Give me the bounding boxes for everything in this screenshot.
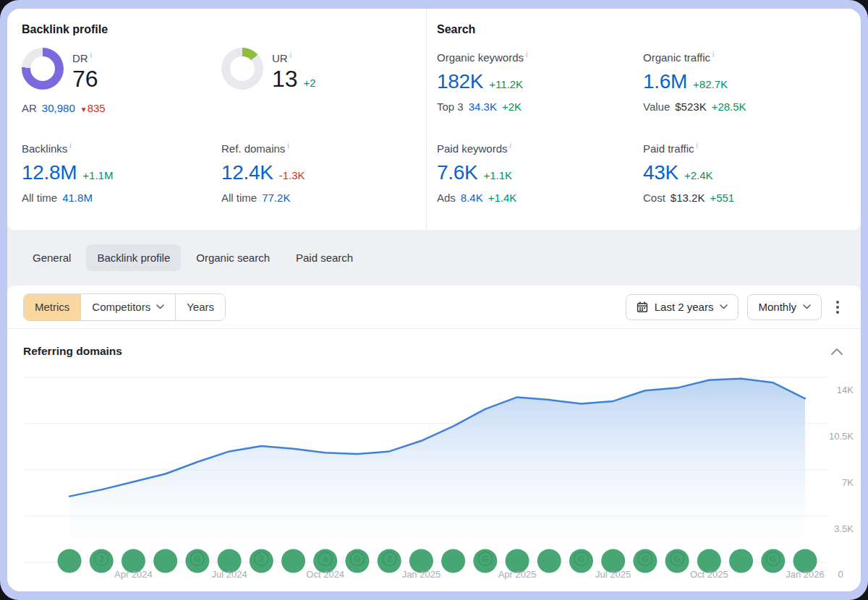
paid-keywords-label: Paid keywordsi: [437, 139, 643, 156]
organic-keywords-delta: +11.2K: [489, 78, 523, 90]
month-marker[interactable]: [537, 549, 561, 573]
ref-domains-alltime-value[interactable]: 77.2K: [262, 192, 290, 204]
y-axis-label: 3.5K: [834, 523, 854, 534]
overview-metrics-card: Backlink profile DRi 76 AR: [7, 9, 861, 230]
more-options-button[interactable]: [830, 296, 845, 318]
paid-traffic-metric: Paid traffici 43K +2.4K Cost $13.2K +551: [643, 139, 861, 204]
info-icon: i: [526, 51, 527, 59]
marker-badge-glyph: G: [482, 554, 489, 563]
organic-keywords-label: Organic keywordsi: [437, 48, 643, 65]
x-axis-label: Jan 2025: [402, 569, 441, 580]
chevron-down-icon: [156, 304, 164, 309]
marker-badge-glyph: G: [354, 554, 361, 563]
marker-badge-glyph: 2: [259, 554, 263, 563]
chart-toolbar: Metrics Competitors Years: [7, 286, 861, 329]
organic-keywords-value[interactable]: 182K: [437, 69, 483, 94]
x-axis-label: Apr 2024: [114, 569, 153, 580]
x-axis-label: Oct 2024: [306, 569, 344, 580]
paid-keywords-metric: Paid keywordsi 7.6K +1.1K Ads 8.4K +1.4K: [437, 139, 643, 204]
organic-traffic-label: Organic traffici: [643, 48, 861, 65]
marker-badge-glyph: 3: [99, 554, 103, 563]
backlinks-label: Backlinksi: [22, 139, 221, 156]
down-triangle-icon: ▼: [80, 106, 88, 113]
dr-metric: DRi 76 AR 30,980 ▼835: [22, 48, 221, 139]
years-button[interactable]: Years: [175, 294, 225, 320]
chevron-down-icon: [803, 304, 811, 309]
info-icon: i: [712, 51, 714, 59]
top3-row: Top 3 34.3K +2K: [437, 100, 643, 113]
chart-title: Referring domains: [23, 345, 122, 358]
tab-backlink-profile[interactable]: Backlink profile: [86, 244, 181, 271]
ar-label: AR: [22, 102, 37, 114]
ur-metric: URi 13+2: [221, 48, 426, 139]
x-axis-label: Oct 2025: [690, 569, 728, 580]
y-axis-label: 14K: [837, 385, 854, 395]
backlink-profile-title: Backlink profile: [22, 23, 426, 36]
month-marker[interactable]: [441, 549, 465, 573]
paid-keywords-value[interactable]: 7.6K: [437, 160, 477, 185]
date-range-dropdown[interactable]: Last 2 years: [626, 294, 739, 320]
marker-badge-glyph: a: [323, 554, 328, 563]
metrics-button[interactable]: Metrics: [24, 294, 80, 320]
ur-value: 13+2: [272, 66, 316, 96]
tab-general[interactable]: General: [22, 244, 82, 271]
x-axis-label: Jan 2026: [786, 569, 825, 580]
month-marker[interactable]: [58, 549, 82, 573]
ar-value[interactable]: 30,980: [42, 102, 75, 114]
y-axis-label: 7K: [842, 477, 854, 488]
dr-value: 76: [72, 66, 98, 92]
month-marker[interactable]: [729, 549, 753, 573]
search-section: Search Organic keywordsi 182K +11.2K Top…: [427, 9, 861, 230]
ads-row: Ads 8.4K +1.4K: [437, 192, 643, 204]
backlinks-delta: +1.1M: [82, 169, 113, 181]
info-icon: i: [90, 51, 92, 59]
info-icon: i: [287, 142, 289, 150]
dr-label: DRi: [72, 48, 98, 66]
ur-delta: +2: [304, 70, 316, 96]
cost-value: $13.2K: [671, 192, 705, 204]
info-icon: i: [69, 142, 71, 150]
competitors-button[interactable]: Competitors: [80, 294, 175, 320]
paid-traffic-value[interactable]: 43K: [643, 160, 678, 185]
month-marker[interactable]: [153, 549, 177, 573]
ur-label: URi: [272, 48, 316, 66]
organic-traffic-value[interactable]: 1.6M: [643, 69, 687, 94]
ref-domains-alltime-row: All time 77.2K: [221, 192, 426, 204]
search-title: Search: [437, 23, 861, 36]
tab-organic-search[interactable]: Organic search: [185, 244, 281, 271]
month-marker[interactable]: [281, 549, 305, 573]
section-tabs: GeneralBacklink profileOrganic searchPai…: [7, 230, 861, 286]
organic-keywords-metric: Organic keywordsi 182K +11.2K Top 3 34.3…: [437, 48, 643, 139]
screenshot-frame: Backlink profile DRi 76 AR: [0, 0, 868, 600]
marker-badge-glyph: G: [195, 554, 201, 563]
top3-value[interactable]: 34.3K: [469, 100, 497, 113]
marker-badge-glyph: 2: [387, 554, 391, 563]
area-fill: [69, 379, 805, 562]
info-icon: i: [697, 142, 698, 150]
tab-paid-search[interactable]: Paid search: [285, 244, 364, 271]
chart-card: Metrics Competitors Years: [7, 286, 861, 591]
y-axis-label: 10.5K: [829, 431, 854, 442]
backlinks-alltime-value[interactable]: 41.8M: [62, 192, 93, 204]
x-axis-label: Jul 2024: [212, 569, 247, 580]
view-segmented-control: Metrics Competitors Years: [23, 293, 226, 321]
chevron-down-icon: [720, 304, 728, 309]
marker-badge-glyph: G: [674, 554, 681, 563]
collapse-chevron-up-icon[interactable]: [830, 347, 843, 356]
traffic-value-row: Value $523K +28.5K: [643, 100, 861, 113]
ar-rank-row: AR 30,980 ▼835: [22, 102, 221, 114]
organic-traffic-delta: +82.7K: [693, 78, 728, 90]
marker-badge-glyph: G: [770, 554, 777, 563]
referring-domains-chart[interactable]: 14K10.5K7K3.5K3G2aG2GGGGGApr 2024Jul 202…: [7, 364, 861, 589]
ref-domains-value[interactable]: 12.4K: [221, 160, 273, 185]
x-axis-label: Jul 2025: [595, 569, 631, 580]
ads-value[interactable]: 8.4K: [461, 192, 483, 204]
ar-delta: ▼835: [80, 102, 106, 114]
granularity-dropdown[interactable]: Monthly: [747, 294, 822, 320]
marker-badge-glyph: G: [578, 554, 584, 563]
organic-traffic-metric: Organic traffici 1.6M +82.7K Value $523K…: [643, 48, 861, 139]
paid-traffic-label: Paid traffici: [643, 139, 861, 156]
ref-domains-metric: Ref. domainsi 12.4K -1.3K All time 77.2K: [221, 139, 426, 204]
backlinks-value[interactable]: 12.8M: [22, 160, 77, 185]
ref-domains-label: Ref. domainsi: [221, 139, 426, 156]
